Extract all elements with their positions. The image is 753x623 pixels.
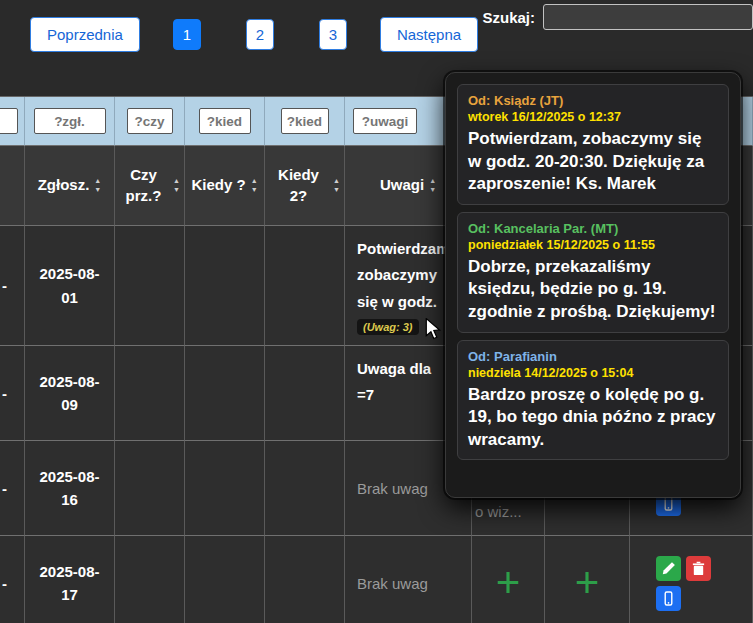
sort-icon: ▲▼ — [173, 177, 180, 193]
page-button-2[interactable]: 2 — [246, 19, 274, 50]
kiedy-cell — [185, 441, 265, 536]
kiedy-cell — [185, 226, 265, 346]
uwagi-text: Brak uwag — [357, 575, 428, 592]
page-button-1[interactable]: 1 — [173, 19, 201, 50]
kiedy2-cell — [265, 226, 345, 346]
search-label: Szukaj: — [482, 9, 535, 26]
column-header-label: Kiedy ? — [191, 175, 245, 195]
message-date: wtorek 16/12/2025 o 12:37 — [468, 110, 718, 124]
add-button[interactable]: + — [575, 562, 600, 604]
column-header-kiedy[interactable]: Kiedy ? ▲▼ — [185, 146, 265, 226]
edit-button[interactable] — [656, 556, 681, 581]
actions-cell — [630, 536, 753, 623]
message-sender: Od: Parafianin — [468, 349, 718, 364]
message-card: Od: Ksiądz (JT) wtorek 16/12/2025 o 12:3… — [457, 84, 729, 205]
pencil-icon — [661, 561, 676, 576]
kiedy-cell — [185, 536, 265, 623]
message-card: Od: Kancelaria Par. (MT) poniedziałek 15… — [457, 212, 729, 333]
message-sender: Od: Ksiądz (JT) — [468, 93, 718, 108]
column-header-kiedy2[interactable]: Kiedy 2? ▲▼ — [265, 146, 345, 226]
uwagi-text: Potwierdzam, zobaczymy się w godz. — [357, 236, 445, 315]
filter-input-kiedy2[interactable] — [281, 108, 329, 134]
next-page-button[interactable]: Następna — [380, 17, 478, 52]
phone-button[interactable] — [656, 586, 681, 611]
kiedy2-cell — [265, 536, 345, 623]
filter-cell-id — [0, 97, 25, 146]
kiedy2-cell — [265, 346, 345, 441]
uwagi-cell: Brak uwag — [345, 536, 472, 623]
sort-icon: ▲▼ — [251, 177, 258, 193]
row-id-cell: - — [0, 536, 25, 623]
trash-icon — [691, 561, 706, 576]
column-header-zglosz[interactable]: Zgłosz. ▲▼ — [25, 146, 115, 226]
czy-cell — [115, 441, 185, 536]
column-header-label: Czy prz.? — [119, 165, 168, 206]
row-id-cell: - — [0, 346, 25, 441]
filter-cell-kiedy2 — [265, 97, 345, 146]
kiedy2-cell — [265, 441, 345, 536]
column-header-czy[interactable]: Czy prz.? ▲▼ — [115, 146, 185, 226]
message-text: Bardzo proszę o kolędę po g. 19, bo tego… — [468, 384, 718, 452]
row-actions — [656, 556, 712, 611]
filter-cell-kiedy — [185, 97, 265, 146]
uwagi-text: Brak uwag — [357, 480, 428, 497]
message-sender: Od: Kancelaria Par. (MT) — [468, 221, 718, 236]
table-row: - 2025-08-17 Brak uwag + + — [0, 536, 753, 623]
filter-input-uwagi[interactable] — [353, 108, 417, 134]
filter-input-czy[interactable] — [127, 108, 173, 134]
message-date: niedziela 14/12/2025 o 15:04 — [468, 366, 718, 380]
search-input[interactable] — [543, 4, 753, 30]
czy-cell — [115, 226, 185, 346]
date-cell: 2025-08-01 — [25, 226, 115, 346]
phone-icon — [661, 591, 676, 606]
prev-page-button[interactable]: Poprzednia — [30, 17, 140, 52]
column-header-label: Uwagi — [380, 175, 424, 195]
message-date: poniedziałek 15/12/2025 o 11:55 — [468, 238, 718, 252]
sort-icon: ▲▼ — [94, 177, 101, 193]
column-header-label: Zgłosz. — [38, 175, 90, 195]
date-cell: 2025-08-17 — [25, 536, 115, 623]
column-header-label: Kiedy 2? — [269, 165, 328, 206]
page-button-3[interactable]: 3 — [319, 19, 347, 50]
sort-icon: ▲▼ — [333, 177, 340, 193]
message-card: Od: Parafianin niedziela 14/12/2025 o 15… — [457, 340, 729, 461]
add-cell: + — [545, 536, 630, 623]
message-text: Dobrze, przekazaliśmy księdzu, będzie po… — [468, 256, 718, 324]
add-button[interactable]: + — [496, 562, 521, 604]
row-id-cell: - — [0, 226, 25, 346]
row-id-cell: - — [0, 441, 25, 536]
uwagi-text: Uwaga dla =7 — [357, 356, 445, 409]
czy-cell — [115, 346, 185, 441]
date-cell: 2025-08-16 — [25, 441, 115, 536]
pagination: Poprzednia 1 2 3 Następna — [30, 17, 478, 52]
uwagi-count-badge[interactable]: (Uwag: 3) — [357, 319, 419, 335]
sort-icon: ▲▼ — [429, 177, 436, 193]
czy-cell — [115, 536, 185, 623]
filter-cell-czy — [115, 97, 185, 146]
filter-input-zglosz[interactable] — [34, 108, 106, 134]
filter-cell-zglosz — [25, 97, 115, 146]
kiedy-cell — [185, 346, 265, 441]
date-cell: 2025-08-09 — [25, 346, 115, 441]
column-header-id[interactable] — [0, 146, 25, 226]
uwagi2-text-fragment: o wiz... — [475, 503, 522, 520]
add-cell: + — [472, 536, 545, 623]
filter-input-id[interactable] — [0, 108, 18, 134]
messages-popup: Od: Ksiądz (JT) wtorek 16/12/2025 o 12:3… — [445, 72, 741, 498]
search-box: Szukaj: — [482, 4, 753, 30]
filter-input-kiedy[interactable] — [199, 108, 251, 134]
delete-button[interactable] — [686, 556, 711, 581]
message-text: Potwierdzam, zobaczymy się w godz. 20-20… — [468, 128, 718, 196]
page-buttons: 1 2 3 — [173, 19, 347, 50]
